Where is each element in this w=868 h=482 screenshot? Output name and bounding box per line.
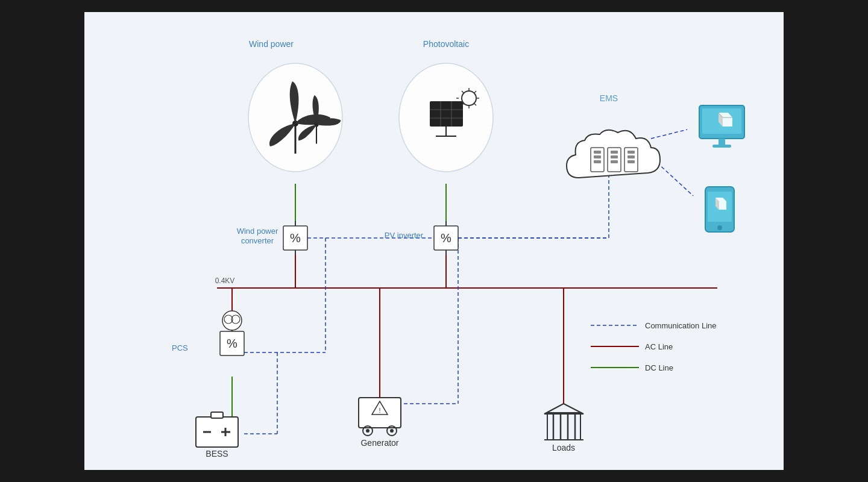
- svg-point-67: [717, 225, 722, 230]
- svg-point-90: [366, 429, 370, 433]
- svg-rect-45: [594, 155, 601, 158]
- diagram-container: % % %: [84, 12, 784, 470]
- pcs-icon: %: [220, 311, 244, 355]
- svg-rect-48: [611, 151, 618, 154]
- svg-rect-61: [719, 139, 725, 145]
- svg-text:!: !: [379, 407, 380, 414]
- bess-label: BESS: [206, 449, 228, 459]
- svg-rect-49: [611, 155, 618, 158]
- svg-rect-53: [627, 155, 635, 158]
- wind-power-label: Wind power: [249, 39, 294, 49]
- pcs-label: PCS: [172, 343, 188, 352]
- svg-text:%: %: [441, 231, 451, 245]
- bess-icon: [196, 412, 238, 447]
- svg-rect-54: [627, 160, 635, 163]
- ac-line-legend-label: AC Line: [645, 342, 673, 351]
- svg-rect-52: [627, 151, 635, 154]
- svg-point-76: [222, 311, 242, 330]
- svg-rect-50: [611, 160, 618, 163]
- wind-converter-label: Wind power: [237, 227, 278, 236]
- ems-label: EMS: [600, 93, 618, 103]
- svg-rect-62: [712, 145, 731, 148]
- svg-rect-27: [430, 101, 463, 127]
- voltage-label: 0.4KV: [215, 277, 235, 285]
- svg-rect-46: [594, 160, 601, 163]
- pv-inverter-icon: %: [434, 221, 458, 255]
- dc-line-legend-label: DC Line: [645, 363, 673, 372]
- svg-text:%: %: [227, 337, 237, 350]
- mobile-phone-icon: [705, 187, 734, 232]
- comm-line-legend-label: Communication Line: [645, 321, 717, 330]
- svg-rect-81: [196, 417, 238, 447]
- svg-text:%: %: [290, 231, 301, 245]
- photovoltaic-label: Photovoltaic: [423, 39, 469, 49]
- loads-label: Loads: [552, 443, 575, 452]
- svg-rect-82: [211, 412, 223, 418]
- pv-inverter-label: PV inverter: [385, 231, 424, 240]
- wind-converter-label2: converter: [241, 236, 274, 245]
- generator-label: Generator: [360, 438, 398, 448]
- svg-rect-44: [594, 151, 601, 154]
- svg-point-92: [390, 429, 394, 433]
- wind-converter-icon: %: [283, 221, 307, 255]
